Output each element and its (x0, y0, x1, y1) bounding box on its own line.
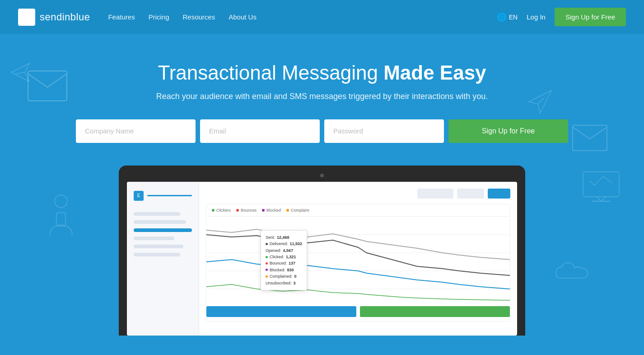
navbar: sendinblue Features Pricing Resources Ab… (0, 0, 644, 34)
laptop-screen: E (127, 182, 517, 336)
tooltip-blocked: Blocked: 830 (266, 267, 302, 273)
sidebar-line-3 (134, 237, 174, 240)
hero-section: Transactional Messaging Made Easy Reach … (0, 34, 644, 350)
tooltip-unsubscribed: Unsubscribed: 3 (266, 280, 302, 286)
complaint-label: Complaint (291, 208, 309, 213)
chart-legend: Clickers Bounces Blocked (206, 204, 510, 217)
sidebar-logo: E (134, 191, 192, 201)
tooltip-blocked-label: Blocked: (270, 267, 285, 273)
sidebar-line-4 (134, 245, 183, 248)
tooltip-bounced-label: Bounced: (270, 260, 287, 266)
svg-rect-0 (23, 14, 31, 20)
bounced-dot-tt (266, 262, 268, 265)
chart-tooltip: Sent: 12,468 Delivered: 11,502 (261, 230, 307, 290)
tooltip-clicked: Clicked: 1,321 (266, 254, 302, 260)
chart-area: Clickers Bounces Blocked (206, 204, 510, 322)
nav-about[interactable]: About Us (229, 13, 257, 21)
clickers-dot (212, 209, 215, 212)
language-label: EN (509, 14, 518, 21)
tooltip-delivered-val: 11,502 (290, 241, 303, 247)
legend-item-complaint: Complaint (286, 208, 309, 213)
legend-item-clickers: Clickers (212, 208, 231, 213)
sidebar-logo-icon: E (134, 191, 144, 201)
hero-content: Transactional Messaging Made Easy Reach … (0, 34, 644, 336)
blocked-dot-tt (266, 269, 268, 271)
tooltip-complained-label: Complained: (270, 273, 293, 279)
tooltip-clicked-val: 1,321 (286, 254, 296, 260)
blocked-dot (262, 209, 265, 212)
tooltip-sent: Sent: 12,468 (266, 234, 302, 241)
globe-icon: 🌐 (497, 12, 507, 22)
tooltip-opened-val: 4,567 (283, 247, 294, 254)
tooltip-complained: Complained: 0 (266, 273, 302, 279)
complaint-dot (286, 209, 289, 212)
tooltip-bounced: Bounced: 137 (266, 260, 302, 266)
company-name-input[interactable] (76, 119, 196, 143)
topbar-box-2 (457, 189, 484, 199)
bounces-label: Bounces (241, 208, 257, 213)
tooltip-unsubscribed-val: 3 (294, 280, 296, 286)
nav-features[interactable]: Features (108, 13, 135, 21)
email-input[interactable] (200, 119, 320, 143)
clicked-dot (266, 256, 268, 258)
tooltip-sent-val: 12,468 (277, 234, 289, 241)
sidebar-logo-bar (147, 195, 192, 196)
sidebar-line-active (134, 228, 192, 232)
blocked-label: Blocked (266, 208, 281, 213)
sidebar-lines (134, 212, 192, 256)
topbar-box-1 (417, 189, 453, 199)
language-button[interactable]: 🌐 EN (497, 12, 518, 22)
bounces-dot (236, 209, 239, 212)
tooltip-opened-label: Opened: (266, 247, 281, 254)
tooltip-sent-label: Sent: (266, 234, 275, 241)
sidebar-line-2 (134, 220, 186, 224)
hero-title: Transactional Messaging Made Easy (9, 61, 635, 85)
hero-title-regular: Transactional Messaging (158, 62, 383, 84)
screen-topbar (206, 189, 510, 199)
tooltip-unsubscribed-label: Unsubscribed: (266, 280, 292, 286)
screen-sidebar: E (127, 182, 199, 336)
delivered-dot (266, 243, 268, 245)
tooltip-clicked-label: Clicked: (270, 254, 284, 260)
chart-svg-container: Sent: 12,468 Delivered: 11,502 (206, 217, 510, 303)
hero-subtitle: Reach your audience with email and SMS m… (9, 92, 635, 101)
tooltip-delivered: Delivered: 11,502 (266, 241, 302, 247)
logo-icon (18, 9, 35, 26)
tooltip-delivered-label: Delivered: (270, 241, 288, 247)
screen-btn-blue (206, 306, 356, 317)
screen-main: Clickers Bounces Blocked (199, 182, 517, 336)
brand-name: sendinblue (40, 11, 90, 23)
nav-links: Features Pricing Resources About Us (108, 13, 256, 21)
tooltip-blocked-val: 830 (287, 267, 294, 273)
clickers-label: Clickers (216, 208, 231, 213)
legend-item-blocked: Blocked (262, 208, 281, 213)
screen-bottom-buttons (206, 306, 510, 317)
signup-form: Sign Up for Free (9, 119, 635, 143)
sidebar-line-5 (134, 253, 180, 256)
tooltip-bounced-val: 137 (289, 260, 295, 266)
tooltip-opened: Opened: 4,567 (266, 247, 302, 254)
screen-btn-green (360, 306, 510, 317)
laptop-camera (320, 174, 324, 177)
legend-item-bounces: Bounces (236, 208, 257, 213)
laptop-mockup: E (9, 166, 635, 336)
nav-signup-button[interactable]: Sign Up for Free (555, 8, 626, 26)
topbar-box-3 (488, 189, 510, 199)
chart-svg (206, 217, 510, 303)
nav-resources[interactable]: Resources (183, 13, 215, 21)
tooltip-complained-val: 0 (294, 273, 297, 279)
hero-title-bold: Made Easy (383, 62, 486, 84)
hero-signup-button[interactable]: Sign Up for Free (448, 119, 568, 143)
complained-dot-tt (266, 275, 268, 278)
laptop-outer: E (119, 166, 525, 336)
sidebar-line-1 (134, 212, 180, 216)
password-input[interactable] (324, 119, 444, 143)
logo[interactable]: sendinblue (18, 9, 90, 26)
login-button[interactable]: Log In (527, 13, 546, 21)
nav-pricing[interactable]: Pricing (149, 13, 169, 21)
